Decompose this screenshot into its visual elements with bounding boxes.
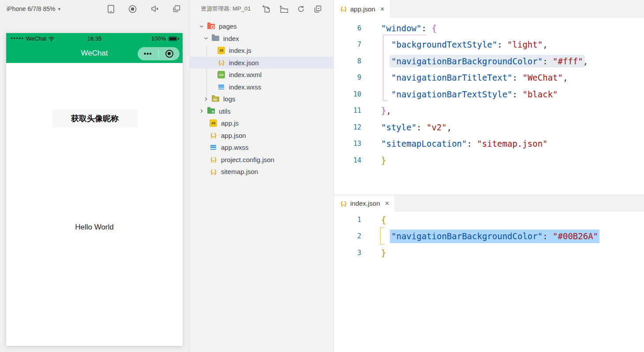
json-file-icon: {..} [340,5,347,13]
device-label: iPhone 6/7/8 85% [7,5,56,12]
code-line[interactable]: 3} [334,245,644,261]
more-icon[interactable]: ••• [138,48,158,60]
bracket-guide [383,35,383,101]
record-button[interactable] [128,5,137,13]
tree-item-sitemap-json[interactable]: {..} sitemap.json [190,166,333,178]
tab-app-json[interactable]: {..} app.json × [334,0,390,18]
code-line[interactable]: 12"style": "v2", [334,119,644,136]
tree-item-pages[interactable]: pages [190,20,333,33]
new-file-button[interactable] [262,5,270,13]
folder-icon [212,36,219,41]
tab-label: index.json [350,200,380,207]
phone-screen: ●●●●● WeChat 16:35 100% WeChat ••• [6,33,183,346]
bracket-guide [380,227,381,245]
wechat-devtools-window: iPhone 6/7/8 85% ▾ [0,0,644,352]
tree-item-app-js[interactable]: JS app.js [190,117,333,130]
status-bar: ●●●●● WeChat 16:35 100% [6,33,183,44]
wxml-file-icon: <> [217,71,225,78]
editor-panel: {..} app.json × 6"window": { 7"backgroun… [334,0,644,352]
bracket-guide [383,100,387,101]
exit-icon[interactable] [159,50,180,58]
code-line-highlighted[interactable]: 8"navigationBarBackgroundColor": "#fff", [334,53,644,70]
explorer-header: 资源管理器: MP_01 [190,0,333,18]
tab-bar-top: {..} app.json × [334,0,644,18]
file-explorer-panel: 资源管理器: MP_01 pages [190,0,334,352]
tree-item-project-config-json[interactable]: {..} project.config.json [190,154,333,166]
utils-folder-icon [207,108,215,114]
wxss-file-icon [217,83,225,91]
tree-item-index[interactable]: index [190,33,333,45]
editor-group-app-json: {..} app.json × 6"window": { 7"backgroun… [334,0,644,195]
code-line[interactable]: 11}, [334,103,644,119]
tab-bar-bottom: {..} index.json × [334,195,644,211]
code-line[interactable]: 14} [334,152,644,169]
explorer-title: 资源管理器: MP_01 [201,5,251,13]
close-icon[interactable]: × [380,5,385,13]
tree-item-index-wxml[interactable]: <> index.wxml [190,69,333,81]
refresh-button[interactable] [297,5,305,13]
json-file-icon: {..} [210,156,217,163]
text-selection: "navigationBarBackgroundColor": "#00B26A… [390,230,599,243]
greeting-text: Hello World [6,223,183,232]
code-line[interactable]: 7"backgroundTextStyle": "light", [334,37,644,53]
json-file-icon: {..} [210,132,217,139]
chevron-down-icon [198,23,205,30]
code-editor-app-json[interactable]: 6"window": { 7"backgroundTextStyle": "li… [334,18,644,169]
chevron-right-icon [198,108,205,114]
mini-program-navbar: WeChat ••• [6,44,183,63]
get-avatar-button[interactable]: 获取头像昵称 [52,109,138,128]
device-selector[interactable]: iPhone 6/7/8 85% ▾ [7,5,60,12]
mute-button[interactable] [151,5,159,12]
simulator-panel: iPhone 6/7/8 85% ▾ [0,0,190,352]
word-highlight: "navigationBarBackgroundColor": "#fff" [389,55,585,67]
close-icon[interactable]: × [385,200,389,207]
new-folder-button[interactable] [280,5,288,13]
tree-item-app-wxss[interactable]: app.wxss [190,141,333,154]
tab-label: app.json [350,5,375,13]
code-line[interactable]: 6"window": { [334,20,644,37]
file-tree: pages index JS index.js {..} index.json … [190,20,333,178]
bracket-guide [380,244,385,245]
battery-percent: 100% [151,35,166,42]
tree-item-index-json[interactable]: {..} index.json [190,57,333,69]
json-file-icon: {..} [217,59,225,67]
json-file-icon: {..} [210,168,217,175]
tree-item-utils[interactable]: utils [190,105,333,118]
chevron-right-icon [203,96,209,102]
editor-group-index-json: {..} index.json × 1{ 2"navigationBarBack… [334,195,644,352]
collapse-all-button[interactable] [314,5,322,13]
tree-item-index-js[interactable]: JS index.js [190,44,333,57]
js-file-icon: JS [217,47,225,54]
js-file-icon: JS [210,119,217,127]
code-line[interactable]: 9"navigationBarTitleText": "WeChat", [334,70,644,86]
bracket-guide [383,35,427,35]
pages-folder-icon [207,24,215,29]
logs-folder-icon [212,96,219,102]
tab-index-json[interactable]: {..} index.json × [334,195,395,211]
code-line[interactable]: 13"sitemapLocation": "sitemap.json" [334,136,644,152]
chevron-down-icon [203,35,209,41]
bracket-guide [380,227,385,228]
wxss-file-icon [210,144,217,151]
json-file-icon: {..} [340,200,347,207]
phone-navigation-area: ●●●●● WeChat 16:35 100% WeChat ••• [6,33,183,63]
code-editor-index-json[interactable]: 1{ 2"navigationBarBackgroundColor": "#00… [334,211,644,261]
simulator-toolbar: iPhone 6/7/8 85% ▾ [0,0,189,18]
battery-icon [168,37,177,41]
code-line[interactable]: 10"navigationBarTextStyle": "black" [334,86,644,103]
device-frame-button[interactable] [108,5,114,13]
chevron-down-icon: ▾ [58,6,61,12]
tree-item-logs[interactable]: logs [190,93,333,105]
status-bar-right: 100% [151,33,179,44]
code-line[interactable]: 1{ [334,211,644,228]
tree-item-index-wxss[interactable]: index.wxss [190,81,333,93]
tree-item-app-json[interactable]: {..} app.json [190,130,333,142]
capsule-button[interactable]: ••• [138,47,180,60]
multi-window-button[interactable] [173,5,180,12]
